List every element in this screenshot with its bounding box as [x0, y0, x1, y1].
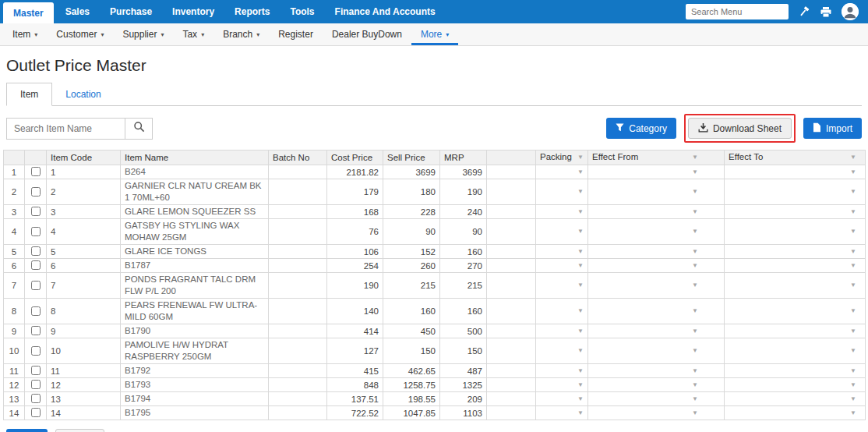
import-button[interactable]: Import	[803, 118, 862, 139]
header-effect-from[interactable]: Effect From▼	[588, 150, 725, 165]
packing-cell[interactable]: ▼	[536, 219, 588, 245]
packing-cell[interactable]: ▼	[536, 273, 588, 299]
batch-no-cell[interactable]	[269, 219, 327, 245]
cost-price-cell[interactable]: 106	[327, 245, 383, 259]
effect-from-cell[interactable]: ▼	[588, 378, 725, 392]
sell-price-cell[interactable]: 1258.75	[383, 378, 440, 392]
cost-price-cell[interactable]: 76	[327, 219, 383, 245]
header-effect-to[interactable]: Effect To▼	[725, 150, 866, 165]
cost-price-cell[interactable]: 2181.82	[327, 165, 383, 179]
mrp-cell[interactable]: 190	[440, 179, 487, 205]
packing-cell[interactable]: ▼	[536, 324, 588, 338]
row-checkbox[interactable]	[31, 207, 41, 216]
batch-no-cell[interactable]	[269, 378, 327, 392]
cancel-button[interactable]: Cancel	[55, 429, 104, 432]
batch-no-cell[interactable]	[269, 364, 327, 378]
menu-search-input[interactable]	[686, 4, 789, 19]
effect-from-cell[interactable]: ▼	[588, 299, 725, 324]
effect-to-cell[interactable]: ▼	[725, 338, 866, 364]
subnav-item-dealer-buydown[interactable]: Dealer BuyDown	[323, 23, 411, 45]
row-checkbox[interactable]	[31, 366, 41, 375]
effect-from-cell[interactable]: ▼	[588, 406, 725, 420]
row-checkbox[interactable]	[31, 246, 41, 256]
batch-no-cell[interactable]	[269, 324, 327, 338]
batch-no-cell[interactable]	[269, 392, 327, 406]
mrp-cell[interactable]: 500	[440, 324, 487, 338]
effect-to-cell[interactable]: ▼	[725, 299, 866, 324]
mrp-cell[interactable]: 209	[440, 392, 487, 406]
packing-cell[interactable]: ▼	[536, 406, 588, 420]
topnav-item-master[interactable]: Master	[3, 2, 54, 23]
header-packing[interactable]: Packing▼	[536, 150, 588, 165]
row-checkbox[interactable]	[31, 260, 41, 270]
packing-cell[interactable]: ▼	[536, 299, 588, 324]
effect-from-cell[interactable]: ▼	[588, 219, 725, 245]
cost-price-cell[interactable]: 415	[327, 364, 383, 378]
printer-icon[interactable]	[820, 6, 832, 18]
mrp-cell[interactable]: 150	[440, 338, 487, 364]
mrp-cell[interactable]: 1103	[440, 406, 487, 420]
subnav-item-more[interactable]: More ▾	[411, 23, 458, 45]
mrp-cell[interactable]: 215	[440, 273, 487, 299]
sell-price-cell[interactable]: 90	[383, 219, 440, 245]
effect-to-cell[interactable]: ▼	[725, 378, 866, 392]
packing-cell[interactable]: ▼	[536, 364, 588, 378]
sell-price-cell[interactable]: 160	[383, 299, 440, 324]
mrp-cell[interactable]: 160	[440, 245, 487, 259]
subnav-item-tax[interactable]: Tax ▾	[173, 23, 213, 45]
mrp-cell[interactable]: 487	[440, 364, 487, 378]
sell-price-cell[interactable]: 215	[383, 273, 440, 299]
packing-cell[interactable]: ▼	[536, 165, 588, 179]
mrp-cell[interactable]: 3699	[440, 165, 487, 179]
cost-price-cell[interactable]: 254	[327, 259, 383, 273]
sell-price-cell[interactable]: 450	[383, 324, 440, 338]
row-checkbox[interactable]	[31, 227, 41, 236]
cost-price-cell[interactable]: 137.51	[327, 392, 383, 406]
effect-to-cell[interactable]: ▼	[725, 324, 866, 338]
effect-from-cell[interactable]: ▼	[588, 165, 725, 179]
mrp-cell[interactable]: 160	[440, 299, 487, 324]
mrp-cell[interactable]: 240	[440, 205, 487, 219]
sell-price-cell[interactable]: 462.65	[383, 364, 440, 378]
effect-from-cell[interactable]: ▼	[588, 324, 725, 338]
sell-price-cell[interactable]: 198.55	[383, 392, 440, 406]
effect-to-cell[interactable]: ▼	[725, 165, 866, 179]
tab-item[interactable]: Item	[6, 83, 52, 106]
row-checkbox[interactable]	[31, 394, 41, 403]
row-checkbox[interactable]	[31, 281, 41, 290]
row-checkbox[interactable]	[31, 306, 41, 316]
cost-price-cell[interactable]: 414	[327, 324, 383, 338]
batch-no-cell[interactable]	[269, 179, 327, 205]
cost-price-cell[interactable]: 140	[327, 299, 383, 324]
packing-cell[interactable]: ▼	[536, 338, 588, 364]
user-avatar[interactable]	[842, 3, 859, 20]
packing-cell[interactable]: ▼	[536, 245, 588, 259]
search-button[interactable]	[125, 118, 153, 140]
gavel-icon[interactable]	[798, 5, 810, 18]
effect-from-cell[interactable]: ▼	[588, 245, 725, 259]
effect-from-cell[interactable]: ▼	[588, 273, 725, 299]
effect-from-cell[interactable]: ▼	[588, 364, 725, 378]
sell-price-cell[interactable]: 152	[383, 245, 440, 259]
cost-price-cell[interactable]: 168	[327, 205, 383, 219]
effect-from-cell[interactable]: ▼	[588, 259, 725, 273]
row-checkbox[interactable]	[31, 326, 41, 335]
search-item-input[interactable]	[6, 118, 125, 140]
cost-price-cell[interactable]: 127	[327, 338, 383, 364]
effect-to-cell[interactable]: ▼	[725, 259, 866, 273]
cost-price-cell[interactable]: 179	[327, 179, 383, 205]
cost-price-cell[interactable]: 722.52	[327, 406, 383, 420]
sell-price-cell[interactable]: 3699	[383, 165, 440, 179]
row-checkbox[interactable]	[31, 380, 41, 389]
batch-no-cell[interactable]	[269, 245, 327, 259]
row-checkbox[interactable]	[31, 167, 41, 176]
batch-no-cell[interactable]	[269, 406, 327, 420]
cost-price-cell[interactable]: 848	[327, 378, 383, 392]
effect-to-cell[interactable]: ▼	[725, 245, 866, 259]
topnav-item-inventory[interactable]: Inventory	[162, 0, 224, 23]
topnav-item-sales[interactable]: Sales	[55, 0, 100, 23]
packing-cell[interactable]: ▼	[536, 179, 588, 205]
subnav-item-customer[interactable]: Customer ▾	[47, 23, 113, 45]
batch-no-cell[interactable]	[269, 299, 327, 324]
topnav-item-finance-and-accounts[interactable]: Finance And Accounts	[325, 0, 446, 23]
